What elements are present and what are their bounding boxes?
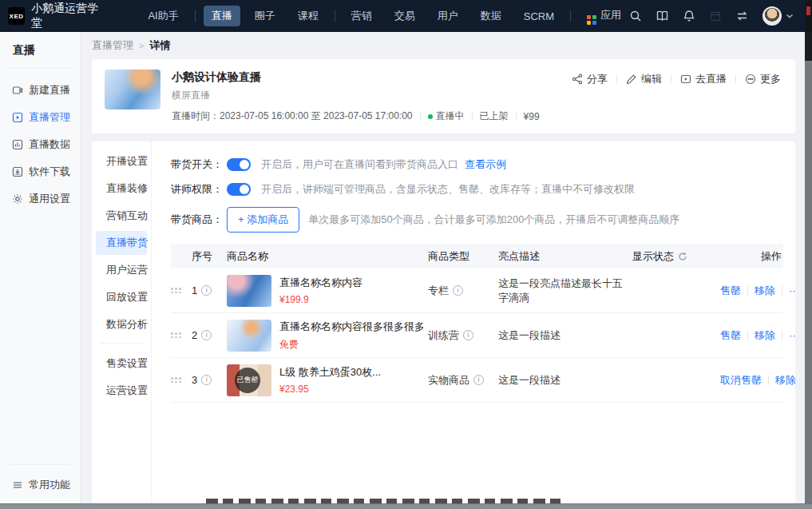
live-mode: 横屏直播	[172, 89, 540, 102]
remove-action[interactable]: 移除	[755, 328, 775, 343]
sidebar-item-live-data[interactable]: 直播数据	[0, 131, 80, 158]
topnav-item-live[interactable]: 直播	[204, 6, 240, 26]
tab-broadcast-settings[interactable]: 开播设置	[96, 149, 147, 173]
sidebar-item-new-live[interactable]: 新建直播	[0, 77, 80, 104]
tab-replay-settings[interactable]: 回放设置	[96, 285, 147, 309]
divider	[420, 112, 421, 121]
topnav-item-ai[interactable]: AI助手	[140, 6, 186, 26]
teacher-perm-toggle[interactable]	[227, 183, 251, 196]
info-icon[interactable]: i	[201, 285, 212, 296]
tab-marketing-interaction[interactable]: 营销互动	[96, 204, 147, 228]
go-live-button[interactable]: 去直播	[680, 72, 727, 86]
topnav-item-marketing[interactable]: 营销	[343, 6, 380, 26]
header-actions: 分享 编辑 去直播 更多	[572, 72, 781, 86]
breadcrumb-parent[interactable]: 直播管理	[92, 38, 133, 53]
soldout-action[interactable]: 售罄	[720, 284, 741, 298]
download-icon	[12, 166, 23, 177]
product-price: 免费	[279, 338, 423, 352]
edit-button[interactable]: 编辑	[626, 72, 662, 86]
product-text: 直播名称名称内容¥199.9	[279, 276, 362, 305]
view-example-link[interactable]: 查看示例	[465, 158, 506, 170]
detail-tabs: 开播设置 直播装修 营销互动 直播带货 用户运营 回放设置 数据分析 售卖设置 …	[92, 141, 152, 503]
more-icon	[745, 74, 756, 85]
goods-switch-toggle[interactable]	[227, 158, 251, 171]
drag-handle-icon[interactable]	[171, 288, 181, 293]
nav-divider	[195, 10, 196, 22]
sidebar-item-common-functions[interactable]: 常用功能	[0, 471, 80, 499]
goods-switch-label: 带货开关：	[171, 157, 227, 172]
info-icon[interactable]: i	[463, 330, 473, 340]
bell-icon[interactable]	[683, 10, 695, 22]
table-row: 1i 直播名称名称内容¥199.9 专栏i 这是一段亮点描述最长十五字滴滴 售罄…	[171, 268, 783, 313]
col-actions: 操作	[720, 249, 783, 264]
topnav-item-user[interactable]: 用户	[430, 6, 466, 26]
refresh-icon[interactable]	[678, 252, 687, 261]
teacher-perm-desc: 开启后，讲师端可管理商品，含显示状态、售罄、改库存等；直播中不可修改权限	[261, 182, 635, 197]
account-menu[interactable]	[762, 6, 794, 26]
sidebar-item-general-settings[interactable]: 通用设置	[0, 185, 80, 213]
live-header-card: 小鹅设计体验直播 横屏直播 直播时间：2023-07-05 16:00:00 至…	[92, 59, 795, 133]
remove-action[interactable]: 移除	[755, 284, 775, 298]
sidebar-item-label: 新建直播	[29, 83, 70, 97]
tab-data-analysis[interactable]: 数据分析	[96, 312, 147, 336]
live-status-dot	[428, 114, 433, 119]
remove-action[interactable]: 移除	[775, 373, 795, 388]
info-icon[interactable]: i	[453, 285, 463, 296]
brand-name: 小鹅通运营学堂	[31, 2, 106, 30]
apps-grid-icon	[587, 15, 596, 25]
more-actions[interactable]: ···	[789, 284, 795, 296]
share-button[interactable]: 分享	[572, 72, 608, 86]
soldout-action[interactable]: 售罄	[720, 328, 741, 343]
goods-switch-desc: 开启后，用户可在直播间看到带货商品入口查看示例	[261, 157, 506, 172]
sidebar-item-label: 软件下载	[29, 165, 70, 179]
divider	[472, 112, 473, 121]
edit-icon	[626, 74, 637, 85]
goods-switch-row: 带货开关： 开启后，用户可在直播间看到带货商品入口查看示例	[171, 157, 783, 172]
live-meta: 直播时间：2023-07-05 16:00:00 至 2023-07-05 17…	[172, 109, 540, 123]
sidebar-title: 直播	[0, 43, 80, 58]
drag-handle-icon[interactable]	[171, 377, 181, 383]
topnav-item-apps[interactable]: 应用	[579, 5, 629, 28]
gear-icon	[12, 193, 23, 205]
tab-user-operation[interactable]: 用户运营	[96, 258, 147, 282]
avatar	[762, 6, 782, 26]
breadcrumb: 直播管理 > 详情	[92, 32, 802, 59]
product-cell: 已售罄 L级 散养土鸡蛋30枚...¥23.95	[227, 364, 428, 396]
tab-live-goods[interactable]: 直播带货	[96, 231, 147, 255]
search-icon[interactable]	[629, 10, 642, 22]
go-live-icon	[680, 74, 691, 85]
topnav-item-data[interactable]: 数据	[473, 6, 509, 26]
book-icon[interactable]	[656, 10, 669, 22]
row-actions: 取消售罄 移除 ···	[720, 373, 795, 388]
divider	[10, 464, 70, 465]
list-icon	[12, 479, 23, 491]
cancel-soldout-action[interactable]: 取消售罄	[720, 373, 762, 388]
add-goods-button[interactable]: + 添加商品	[227, 207, 299, 233]
info-icon[interactable]: i	[201, 375, 212, 385]
top-nav: AI助手 直播 圈子 课程 营销 交易 用户 数据 SCRM 应用	[140, 5, 629, 28]
logo-icon[interactable]: XED	[8, 7, 25, 25]
sidebar-item-live-manage[interactable]: 直播管理	[0, 104, 80, 131]
info-icon[interactable]: i	[201, 330, 212, 340]
topnav-item-scrm[interactable]: SCRM	[516, 7, 562, 26]
tab-operation-settings[interactable]: 运营设置	[96, 379, 147, 403]
drag-handle-icon[interactable]	[171, 332, 181, 338]
col-status: 显示状态	[632, 249, 720, 264]
product-price: ¥199.9	[279, 294, 362, 305]
tab-live-decoration[interactable]: 直播装修	[96, 177, 147, 201]
chevron-down-icon	[786, 13, 794, 19]
goods-row: 带货商品： + 添加商品 单次最多可添加50个商品，合计最多可添加200个商品，…	[171, 207, 783, 233]
switch-account-icon[interactable]	[735, 10, 749, 22]
live-cover-image	[105, 70, 160, 109]
sidebar-item-software-download[interactable]: 软件下载	[0, 158, 80, 185]
more-button[interactable]: 更多	[745, 72, 781, 86]
tab-sale-settings[interactable]: 售卖设置	[96, 352, 147, 376]
calendar-icon[interactable]	[709, 10, 722, 22]
info-icon[interactable]: i	[473, 375, 484, 385]
topnav-item-course[interactable]: 课程	[290, 6, 327, 26]
topnav-item-trade[interactable]: 交易	[386, 6, 423, 26]
product-cell: 直播名称名称内容很多很多很多很...免费	[227, 320, 428, 352]
more-actions[interactable]: ···	[789, 329, 795, 341]
topnav-item-circle[interactable]: 圈子	[247, 6, 283, 26]
window-scrollbar[interactable]	[805, 0, 812, 509]
